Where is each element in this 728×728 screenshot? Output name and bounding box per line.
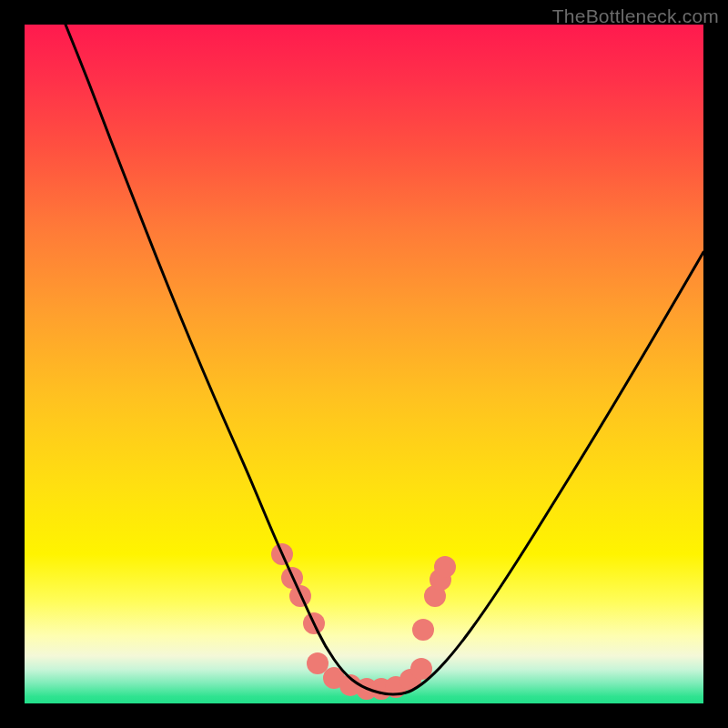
watermark-text: TheBottleneck.com xyxy=(552,5,719,27)
marker-group xyxy=(271,543,456,700)
chart-frame: TheBottleneck.com xyxy=(0,0,728,728)
chart-svg xyxy=(25,25,703,703)
bottleneck-curve xyxy=(66,25,703,694)
marker-dot xyxy=(434,556,456,578)
plot-area xyxy=(25,25,703,703)
marker-dot xyxy=(307,652,329,674)
marker-dot xyxy=(412,619,434,641)
